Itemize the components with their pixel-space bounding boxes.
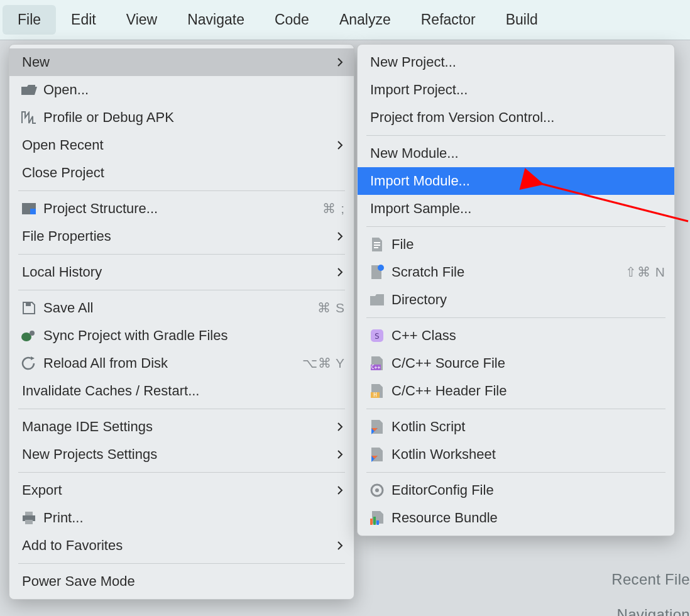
menu-item-file-properties[interactable]: File Properties <box>9 223 354 250</box>
scratch-file-icon <box>366 263 388 282</box>
menu-item-open[interactable]: Open... <box>9 76 354 104</box>
chevron-right-icon <box>335 267 345 277</box>
cpp-source-icon: C++ <box>366 354 388 373</box>
menu-item-label: C++ Class <box>388 327 456 344</box>
menu-separator <box>18 409 345 409</box>
menu-item-profile-apk[interactable]: Profile or Debug APK <box>9 104 354 131</box>
menu-item-label: Project from Version Control... <box>366 109 554 126</box>
menu-item-new-file[interactable]: File <box>358 231 674 258</box>
menu-item-import-sample[interactable]: Import Sample... <box>358 195 674 223</box>
menu-item-label: New Module... <box>366 145 459 162</box>
reload-icon <box>18 354 40 373</box>
menu-item-editorconfig[interactable]: EditorConfig File <box>358 476 674 504</box>
menu-item-label: C/C++ Source File <box>388 355 505 371</box>
menu-item-label: Profile or Debug APK <box>40 109 174 126</box>
svg-point-4 <box>30 331 35 336</box>
menubar: File Edit View Navigate Code Analyze Ref… <box>0 0 690 40</box>
menu-item-label: Invalidate Caches / Restart... <box>18 383 199 399</box>
menu-item-label: Reload All from Disk <box>40 355 168 371</box>
menu-item-label: C/C++ Header File <box>388 383 507 399</box>
menu-item-label: File Properties <box>18 228 111 245</box>
menu-separator <box>366 317 665 318</box>
chevron-right-icon <box>335 541 345 551</box>
kotlin-icon <box>366 417 388 436</box>
svg-text:S: S <box>375 331 380 341</box>
menu-item-resource-bundle[interactable]: Resource Bundle <box>358 504 674 532</box>
svg-rect-8 <box>374 242 380 243</box>
menu-item-label: Import Sample... <box>366 201 471 217</box>
menu-item-local-history[interactable]: Local History <box>9 258 354 286</box>
menubar-item-build[interactable]: Build <box>491 5 553 35</box>
svg-rect-6 <box>25 512 33 515</box>
menu-item-label: New Project... <box>366 54 456 70</box>
menu-separator <box>366 409 665 409</box>
sync-gradle-icon <box>18 326 40 345</box>
menu-item-label: Kotlin Script <box>388 419 465 435</box>
svg-rect-7 <box>25 520 33 524</box>
menu-item-close-project[interactable]: Close Project <box>9 159 354 187</box>
svg-text:C++: C++ <box>371 365 381 370</box>
menu-item-project-from-vcs[interactable]: Project from Version Control... <box>358 104 674 131</box>
svg-point-19 <box>375 488 379 492</box>
menu-item-cpp-class[interactable]: S C++ Class <box>358 322 674 349</box>
menu-item-directory[interactable]: Directory <box>358 286 674 314</box>
svg-point-11 <box>378 265 384 271</box>
menubar-item-edit[interactable]: Edit <box>56 5 111 35</box>
chevron-right-icon <box>335 485 345 495</box>
menu-item-kotlin-worksheet[interactable]: Kotlin Worksheet <box>358 441 674 468</box>
menu-item-import-module[interactable]: Import Module... <box>358 167 674 195</box>
menu-item-print[interactable]: Print... <box>9 504 354 532</box>
kotlin-icon <box>366 445 388 464</box>
menu-item-label: Open... <box>40 82 89 98</box>
resource-bundle-icon <box>366 509 388 527</box>
menu-item-label: Add to Favorites <box>18 537 123 554</box>
chevron-right-icon <box>335 140 345 150</box>
menu-item-shortcut: ⌘ ; <box>322 201 345 216</box>
menubar-item-view[interactable]: View <box>111 5 172 35</box>
svg-rect-20 <box>370 519 373 525</box>
menu-item-open-recent[interactable]: Open Recent <box>9 131 354 159</box>
menu-item-cpp-source[interactable]: C++ C/C++ Source File <box>358 349 674 377</box>
menu-item-label: Sync Project with Gradle Files <box>40 327 227 344</box>
menu-item-new[interactable]: New <box>9 48 354 76</box>
menu-item-cpp-header[interactable]: H C/C++ Header File <box>358 377 674 405</box>
menubar-item-analyze[interactable]: Analyze <box>324 5 406 35</box>
project-structure-icon <box>18 199 40 218</box>
menu-item-scratch-file[interactable]: Scratch File ⇧⌘ N <box>358 258 674 286</box>
menu-new: New Project... Import Project... Project… <box>357 44 675 536</box>
cpp-header-icon: H <box>366 382 388 400</box>
menu-item-label: Kotlin Worksheet <box>388 446 496 463</box>
menu-item-manage-ide-settings[interactable]: Manage IDE Settings <box>9 413 354 441</box>
menu-item-new-project[interactable]: New Project... <box>358 48 674 76</box>
svg-rect-1 <box>30 209 36 214</box>
menu-item-import-project[interactable]: Import Project... <box>358 76 674 104</box>
menu-item-shortcut: ⇧⌘ N <box>625 265 665 280</box>
menu-item-kotlin-script[interactable]: Kotlin Script <box>358 413 674 441</box>
menu-item-reload-disk[interactable]: Reload All from Disk ⌥⌘ Y <box>9 349 354 377</box>
menu-item-power-save[interactable]: Power Save Mode <box>9 568 354 595</box>
profile-icon <box>18 108 40 127</box>
menu-item-project-structure[interactable]: Project Structure... ⌘ ; <box>9 195 354 223</box>
menu-separator <box>366 226 665 227</box>
menu-item-label: Power Save Mode <box>18 573 135 590</box>
menu-separator <box>366 472 665 473</box>
menu-item-label: File <box>388 236 413 253</box>
menu-item-new-projects-settings[interactable]: New Projects Settings <box>9 441 354 468</box>
menubar-item-refactor[interactable]: Refactor <box>406 5 491 35</box>
menu-separator <box>18 563 345 564</box>
menu-item-label: EditorConfig File <box>388 482 494 498</box>
hint-navigation: Navigation <box>617 606 690 616</box>
menu-item-label: Save All <box>40 300 94 316</box>
menu-separator <box>18 190 345 191</box>
menubar-item-code[interactable]: Code <box>260 5 324 35</box>
menu-item-add-favorites[interactable]: Add to Favorites <box>9 532 354 559</box>
menu-item-invalidate-caches[interactable]: Invalidate Caches / Restart... <box>9 377 354 405</box>
menu-item-save-all[interactable]: Save All ⌘ S <box>9 294 354 322</box>
menu-item-label: Directory <box>388 292 447 308</box>
menu-item-sync-gradle[interactable]: Sync Project with Gradle Files <box>9 322 354 349</box>
menu-item-label: Close Project <box>18 165 104 181</box>
menubar-item-file[interactable]: File <box>3 5 56 35</box>
menu-item-export[interactable]: Export <box>9 476 354 504</box>
menu-item-new-module[interactable]: New Module... <box>358 140 674 167</box>
menubar-item-navigate[interactable]: Navigate <box>172 5 260 35</box>
